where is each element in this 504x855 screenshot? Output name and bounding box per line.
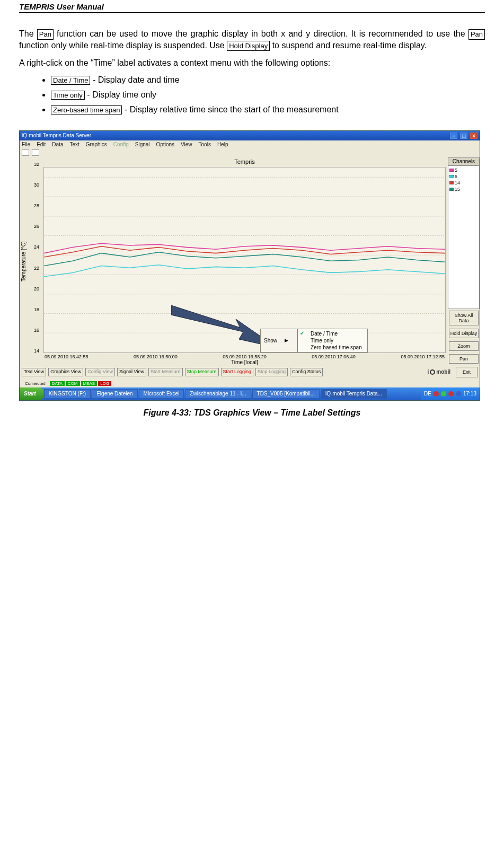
brand-logo: imobil [428, 369, 450, 375]
context-menu-show[interactable]: Show▶ [260, 329, 297, 352]
tray-lang[interactable]: DE [424, 391, 431, 396]
ctx-item-zero-span[interactable]: Zero based time span [307, 344, 365, 351]
legend-item[interactable]: 5 [449, 167, 478, 173]
start-measure-button[interactable]: Start Measure [148, 368, 183, 376]
taskbar-item[interactable]: Eigene Dateien [92, 389, 137, 399]
close-button[interactable]: × [470, 133, 478, 139]
menu-view[interactable]: View [181, 142, 192, 147]
signal-view-button[interactable]: Signal View [117, 368, 146, 376]
stop-measure-button[interactable]: Stop Measure [185, 368, 219, 376]
menu-text[interactable]: Text [69, 142, 79, 147]
option-date-time: Date / Time - Display date and time [51, 75, 485, 85]
bottom-toolbar: Text View Graphics View Config View Sign… [20, 365, 480, 379]
ctx-item-time-only[interactable]: Time only [307, 337, 365, 344]
figure-caption: Figure 4-33: TDS Graphics View – Time La… [19, 408, 485, 418]
start-button[interactable]: Start [20, 387, 43, 400]
hold-display-button[interactable]: Hold Display [449, 329, 479, 338]
kbd-hold-display: Hold Display [227, 41, 270, 51]
taskbar-item-active[interactable]: iQ-mobil Tempris Data... [321, 389, 387, 399]
logo-icon [430, 369, 435, 375]
graphics-view-button[interactable]: Graphics View [48, 368, 83, 376]
taskbar-item[interactable]: Zwischenablage 11 - I... [185, 389, 251, 399]
config-view-button[interactable]: Config View [85, 368, 115, 376]
kbd-pan-2: Pan [468, 29, 485, 40]
tray-icon[interactable] [434, 391, 439, 396]
config-status-button[interactable]: Config Status [290, 368, 323, 376]
status-connected: Connected [22, 381, 49, 386]
figure-screenshot: iQ-mobil Tempris Data Server – □ × File … [19, 130, 485, 401]
window-buttons: – □ × [449, 133, 478, 139]
legend-item[interactable]: 15 [449, 186, 478, 192]
body-para-1: The Pan function can be used to move the… [19, 28, 485, 51]
body-para-2: A right-click on the “Time” label activa… [19, 57, 485, 69]
option-zero-span: Zero-based time span - Display relative … [51, 105, 485, 114]
chart-svg [44, 168, 445, 352]
exit-button[interactable]: Exit [456, 367, 478, 377]
taskbar-item[interactable]: TDS_V005 [Kompatibil... [252, 389, 320, 399]
status-strip: Connected DATA COM MEAS LOG [20, 380, 480, 387]
chevron-right-icon: ▶ [285, 338, 288, 343]
x-axis-ticks: 05.09.2010 16:42:55 05.09.2010 16:50:00 … [41, 354, 448, 359]
options-list: Date / Time - Display date and time Time… [51, 75, 485, 114]
tray-clock: 17:13 [463, 391, 476, 396]
maximize-button[interactable]: □ [460, 133, 467, 139]
status-data: DATA [50, 381, 65, 386]
taskbar-item[interactable]: KINGSTON (F:) [44, 389, 91, 399]
channels-legend: 5 6 14 15 [448, 165, 480, 309]
menu-config[interactable]: Config [113, 142, 129, 147]
menu-help[interactable]: Help [217, 142, 228, 147]
toolbar [20, 148, 480, 158]
context-menu: Show▶ ✔ Date / Time Time only Zero based… [260, 329, 368, 352]
status-com: COM [66, 381, 80, 386]
kbd-pan: Pan [37, 29, 54, 40]
chart-canvas[interactable]: Show▶ ✔ Date / Time Time only Zero based… [43, 167, 446, 353]
y-axis-label: Temperature [°C] [20, 157, 28, 365]
check-icon: ✔ [300, 330, 304, 336]
header-title: TEMPRIS User Manual [19, 2, 104, 11]
status-meas: MEAS [81, 381, 98, 386]
app-window: iQ-mobil Tempris Data Server – □ × File … [19, 130, 480, 401]
system-tray: DE 17:13 [421, 387, 480, 400]
y-axis-ticks: 32 30 28 26 24 22 20 18 16 14 [28, 157, 41, 365]
menu-options[interactable]: Options [156, 142, 174, 147]
menu-tools[interactable]: Tools [199, 142, 211, 147]
text-view-button[interactable]: Text View [22, 368, 46, 376]
minimize-button[interactable]: – [450, 133, 457, 139]
taskbar-item[interactable]: Microsoft Excel [139, 389, 184, 399]
menu-signal[interactable]: Signal [135, 142, 150, 147]
tray-icon[interactable] [448, 391, 454, 396]
legend-item[interactable]: 14 [449, 180, 478, 186]
menu-data[interactable]: Data [52, 142, 63, 147]
stop-logging-button[interactable]: Stop Logging [255, 368, 288, 376]
ctx-item-date-time[interactable]: Date / Time [307, 330, 365, 337]
menubar: File Edit Data Text Graphics Config Sign… [20, 140, 480, 148]
toolbar-icon[interactable] [22, 149, 29, 156]
option-time-only: Time only - Display time only [51, 90, 485, 100]
status-log: LOG [98, 381, 111, 386]
tray-icon[interactable] [441, 391, 446, 396]
start-logging-button[interactable]: Start Logging [221, 368, 254, 376]
menu-edit[interactable]: Edit [37, 142, 46, 147]
zoom-button[interactable]: Zoom [449, 341, 479, 351]
taskbar: Start KINGSTON (F:) Eigene Dateien Micro… [20, 387, 480, 400]
menu-file[interactable]: File [22, 142, 30, 147]
show-all-data-button[interactable]: Show All Data [449, 311, 479, 325]
legend-item[interactable]: 6 [449, 173, 478, 180]
x-axis-label[interactable]: Time [local] [41, 359, 448, 365]
window-titlebar[interactable]: iQ-mobil Tempris Data Server – □ × [20, 131, 480, 140]
menu-graphics[interactable]: Graphics [86, 142, 107, 147]
right-panel: Channels 5 6 14 15 Show All Data Hold Di… [448, 157, 480, 365]
window-title: iQ-mobil Tempris Data Server [22, 133, 91, 138]
page-header: TEMPRIS User Manual [19, 0, 485, 13]
pan-button[interactable]: Pan [449, 354, 479, 364]
toolbar-icon[interactable] [32, 149, 39, 156]
channels-header: Channels [448, 157, 480, 165]
chart-title: Tempris [41, 157, 448, 166]
tray-icon[interactable] [456, 391, 461, 396]
